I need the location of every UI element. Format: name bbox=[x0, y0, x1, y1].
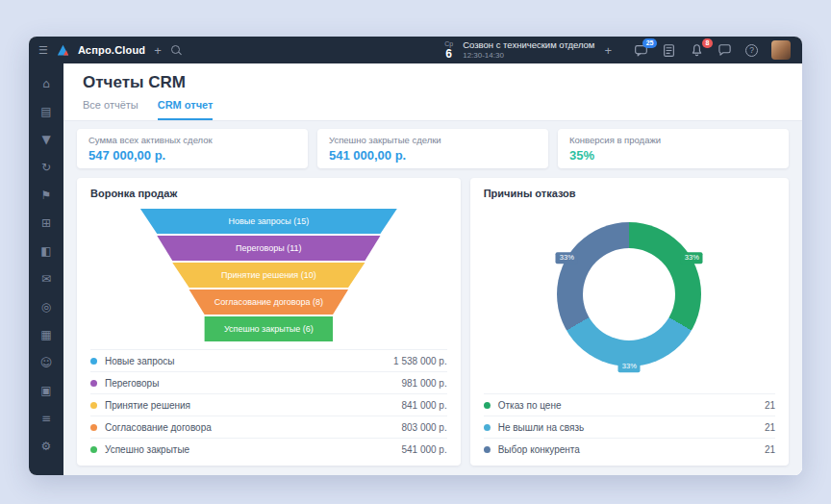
sidebar-item-settings[interactable]: ⚙ bbox=[37, 438, 56, 454]
sidebar-item-dashboard[interactable]: ⌂ bbox=[37, 75, 56, 91]
tab-crm-report[interactable]: CRM отчет bbox=[158, 99, 214, 120]
modules-icon: ⊞ bbox=[41, 217, 51, 229]
stat-card-closed-deals: Успешно закрытые сделки 541 000,00 р. bbox=[317, 129, 548, 168]
topbar-icons: 25 8 ? bbox=[634, 40, 791, 60]
user-avatar[interactable] bbox=[771, 40, 791, 60]
calendar-weekday: Ср bbox=[444, 40, 453, 47]
chat-bubble-icon bbox=[718, 43, 732, 58]
brand-name[interactable]: Аспро.Cloud bbox=[78, 44, 145, 56]
funnel-stage[interactable]: Принятие решения (10) bbox=[140, 263, 397, 288]
notifications-button[interactable]: 8 bbox=[690, 43, 704, 58]
funnel-stage[interactable]: Новые запросы (15) bbox=[140, 209, 397, 234]
event-info: Созвон с техническим отделом 12:30-14:30 bbox=[463, 39, 594, 61]
funnel-chart: Новые запросы (15) Переговоры (11) Приня… bbox=[140, 209, 397, 341]
tab-all-reports[interactable]: Все отчёты bbox=[83, 99, 138, 120]
sidebar-item-team[interactable]: ☺ bbox=[37, 354, 56, 370]
search-icon[interactable] bbox=[170, 44, 182, 56]
funnel-legend: Новые запросы 1 538 000 р. Переговоры 98… bbox=[90, 349, 447, 460]
topbar: ☰ Аспро.Cloud + Ср 6 Созвон с технически… bbox=[29, 37, 802, 63]
add-event-button[interactable]: + bbox=[604, 44, 612, 57]
sidebar-item-portfolio[interactable]: ▣ bbox=[37, 382, 56, 398]
stat-label: Конверсия в продажи bbox=[569, 135, 777, 145]
legend-label: Не вышли на связь bbox=[498, 422, 585, 433]
legend-value: 841 000 р. bbox=[401, 400, 446, 411]
calendar-event[interactable]: Ср 6 Созвон с техническим отделом 12:30-… bbox=[444, 39, 612, 61]
sidebar-item-goals[interactable]: ◎ bbox=[37, 298, 56, 315]
sidebar: ⌂ ▤ ▼ ↻ ⚑ ⊞ ◧ ✉ ◎ ▦ ☺ ▣ ≡ ⚙ bbox=[29, 63, 63, 475]
stat-card-conversion: Конверсия в продажи 35% bbox=[558, 129, 789, 168]
briefcase-icon: ▣ bbox=[40, 385, 51, 396]
funnel-stage[interactable]: Согласование договора (8) bbox=[140, 290, 397, 315]
sync-icon: ↻ bbox=[41, 162, 51, 173]
legend-value: 21 bbox=[765, 444, 775, 455]
main-area: Отчеты CRM Все отчёты CRM отчет Сумма вс… bbox=[63, 63, 802, 475]
legend-dot bbox=[90, 402, 97, 409]
legend-row: Отказ по цене 21 bbox=[484, 393, 775, 416]
aspro-logo-icon bbox=[57, 44, 69, 57]
envelope-icon: ✉ bbox=[41, 273, 51, 285]
dashboard-icon: ⌂ bbox=[42, 78, 50, 89]
stat-value: 547 000,00 р. bbox=[88, 148, 296, 163]
legend-label: Согласование договора bbox=[105, 422, 212, 433]
legend-dot bbox=[90, 358, 97, 365]
messages-badge: 25 bbox=[642, 38, 657, 48]
gear-icon: ⚙ bbox=[41, 441, 52, 452]
legend-label: Выбор конкурента bbox=[498, 444, 580, 455]
legend-dot bbox=[90, 446, 97, 453]
legend-value: 541 000 р. bbox=[401, 444, 446, 455]
legend-row: Переговоры 981 000 р. bbox=[90, 371, 447, 393]
funnel-icon: ▼ bbox=[41, 134, 50, 145]
legend-dot bbox=[484, 446, 491, 453]
create-button[interactable]: + bbox=[154, 44, 162, 57]
sidebar-item-crm-funnel[interactable]: ▼ bbox=[37, 131, 56, 147]
rejection-reasons-panel: Причины отказов 33% 33% 33% Отказ по цен… bbox=[470, 178, 789, 466]
person-icon: ☺ bbox=[40, 357, 53, 368]
funnel-stage[interactable]: Успешно закрытые (6) bbox=[140, 316, 397, 341]
sidebar-item-marketing[interactable]: ⚑ bbox=[37, 187, 56, 203]
tabs: Все отчёты CRM отчет bbox=[83, 99, 783, 120]
funnel-panel-title: Воронка продаж bbox=[90, 188, 447, 199]
legend-row: Успешно закрытые 541 000 р. bbox=[90, 438, 447, 460]
donut-chart[interactable] bbox=[557, 222, 701, 366]
donut-legend: Отказ по цене 21 Не вышли на связь 21 Вы… bbox=[484, 393, 775, 460]
stat-label: Сумма всех активных сделок bbox=[88, 135, 296, 145]
legend-dot bbox=[484, 402, 491, 409]
legend-value: 1 538 000 р. bbox=[393, 356, 447, 366]
sidebar-item-automation[interactable]: ↻ bbox=[37, 159, 56, 175]
chat-button[interactable] bbox=[718, 43, 732, 58]
legend-value: 21 bbox=[765, 422, 775, 433]
stat-value: 541 000,00 р. bbox=[329, 148, 537, 163]
legend-label: Новые запросы bbox=[105, 356, 175, 366]
notes-button[interactable] bbox=[662, 43, 676, 58]
calendar-date: Ср 6 bbox=[444, 40, 453, 60]
legend-row: Не вышли на связь 21 bbox=[484, 416, 775, 438]
event-time: 12:30-14:30 bbox=[463, 51, 594, 61]
legend-row: Выбор конкурента 21 bbox=[484, 438, 775, 460]
donut-percent-chip: 33% bbox=[618, 361, 641, 372]
hamburger-menu-icon[interactable]: ☰ bbox=[38, 44, 48, 57]
app-body: ⌂ ▤ ▼ ↻ ⚑ ⊞ ◧ ✉ ◎ ▦ ☺ ▣ ≡ ⚙ Отчеты CRM В… bbox=[29, 63, 802, 475]
donut-panel-title: Причины отказов bbox=[484, 188, 775, 199]
messages-button[interactable]: 25 bbox=[634, 43, 648, 58]
sidebar-item-lists[interactable]: ≡ bbox=[37, 410, 56, 426]
legend-value: 803 000 р. bbox=[401, 422, 446, 433]
notes-icon bbox=[662, 43, 676, 58]
notifications-badge: 8 bbox=[702, 38, 713, 48]
sidebar-item-projects[interactable]: ▤ bbox=[37, 103, 56, 119]
app-window: ☰ Аспро.Cloud + Ср 6 Созвон с технически… bbox=[29, 37, 802, 475]
sidebar-item-reports[interactable]: ▦ bbox=[37, 326, 56, 342]
legend-label: Отказ по цене bbox=[498, 400, 562, 411]
page-header: Отчеты CRM Все отчёты CRM отчет bbox=[63, 63, 802, 121]
legend-label: Переговоры bbox=[105, 378, 159, 389]
content: Сумма всех активных сделок 547 000,00 р.… bbox=[63, 121, 802, 475]
sidebar-item-mail[interactable]: ✉ bbox=[37, 270, 56, 287]
donut-percent-chip: 33% bbox=[556, 252, 578, 264]
sidebar-item-modules[interactable]: ⊞ bbox=[37, 214, 56, 231]
stat-label: Успешно закрытые сделки bbox=[329, 135, 537, 145]
funnel-stage[interactable]: Переговоры (11) bbox=[140, 236, 397, 261]
event-title: Созвон с техническим отделом bbox=[463, 39, 594, 51]
sidebar-item-storage[interactable]: ◧ bbox=[37, 242, 56, 259]
stat-card-active-deals: Сумма всех активных сделок 547 000,00 р. bbox=[77, 129, 308, 168]
page-title: Отчеты CRM bbox=[83, 73, 783, 92]
help-icon[interactable]: ? bbox=[745, 44, 758, 57]
